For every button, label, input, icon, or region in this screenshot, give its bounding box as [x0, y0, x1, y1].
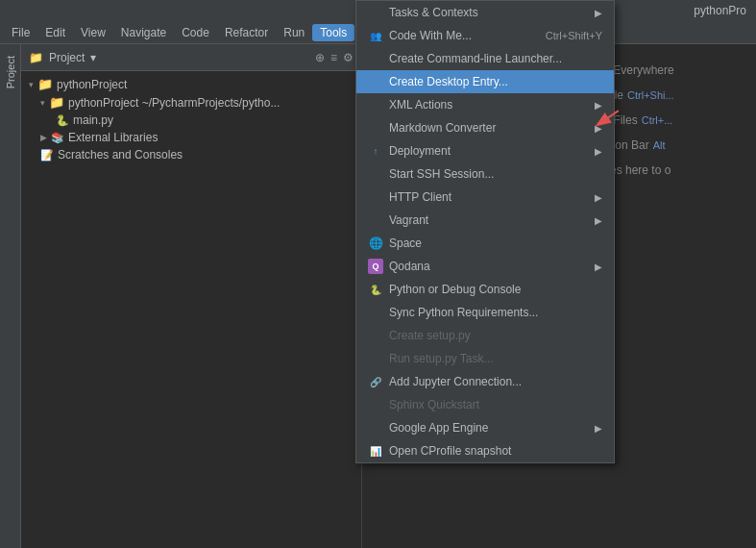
project-icon: 📁	[29, 51, 43, 64]
globe-icon[interactable]: ⊕	[315, 51, 325, 64]
tree-external-libs-label: External Libraries	[68, 131, 158, 144]
deployment-arrow: ▶	[595, 146, 602, 157]
sync-icon	[368, 305, 383, 320]
shortcut-navbar-key: Alt	[653, 139, 666, 151]
folder-icon: 📁	[49, 95, 64, 110]
xml-arrow: ▶	[595, 100, 602, 111]
sidebar-project-label[interactable]: Project	[3, 48, 18, 96]
tree-main-py[interactable]: 🐍 main.py	[21, 112, 361, 129]
cmd-launcher-icon	[368, 51, 383, 66]
menu-deployment-label: Deployment	[389, 144, 451, 158]
tree-python-project[interactable]: ▾ 📁 pythonProject ~/PycharmProjects/pyth…	[21, 93, 361, 112]
menu-qodana[interactable]: Q Qodana ▶	[356, 255, 614, 278]
menu-view[interactable]: View	[73, 24, 113, 41]
gae-arrow: ▶	[595, 423, 602, 434]
menu-sphinx-label: Sphinx Quickstart	[389, 398, 479, 411]
ssh-icon	[368, 166, 383, 182]
title-text: pythonPro	[694, 4, 746, 17]
markdown-arrow: ▶	[595, 123, 602, 134]
deployment-icon: ↑	[368, 143, 383, 159]
project-tree: ▾ 📁 pythonProject ▾ 📁 pythonProject ~/Py…	[21, 71, 361, 548]
qodana-arrow: ▶	[595, 262, 602, 272]
menu-http-label: HTTP Client	[389, 190, 451, 204]
menu-run[interactable]: Run	[276, 24, 312, 41]
menu-sync-label: Sync Python Requirements...	[389, 306, 538, 319]
http-icon	[368, 189, 383, 205]
xml-icon	[368, 97, 383, 112]
menu-python-console-label: Python or Debug Console	[389, 283, 521, 296]
tasks-icon	[368, 5, 383, 20]
menu-navigate[interactable]: Navigate	[113, 24, 174, 41]
markdown-icon	[368, 120, 383, 136]
tree-root[interactable]: ▾ 📁 pythonProject	[21, 75, 361, 93]
python-icon: 🐍	[368, 282, 383, 297]
menu-jupyter[interactable]: 🔗 Add Jupyter Connection...	[356, 370, 614, 393]
arrow-icon: ▾	[29, 80, 34, 89]
menu-cmd-launcher-label: Create Command-line Launcher...	[389, 52, 562, 65]
menu-gae[interactable]: Google App Engine ▶	[356, 416, 614, 439]
gear-icon[interactable]: ⚙	[343, 51, 354, 64]
menu-xml-actions[interactable]: XML Actions ▶	[356, 93, 614, 116]
shortcut-recent-key: Ctrl+...	[642, 114, 673, 126]
menu-code-with-me-label: Code With Me...	[389, 29, 472, 42]
run-setup-icon	[368, 351, 383, 366]
menu-cmd-launcher[interactable]: Create Command-line Launcher...	[356, 47, 614, 70]
menu-desktop-entry[interactable]: Create Desktop Entry...	[356, 70, 614, 93]
menu-code[interactable]: Code	[174, 24, 217, 41]
menu-refactor[interactable]: Refactor	[217, 24, 276, 41]
menu-ssh[interactable]: Start SSH Session...	[356, 162, 614, 186]
menu-desktop-entry-label: Create Desktop Entry...	[389, 75, 508, 88]
menu-sync-requirements[interactable]: Sync Python Requirements...	[356, 301, 614, 324]
http-arrow: ▶	[595, 192, 602, 203]
tree-external-libs[interactable]: ▶ 📚 External Libraries	[21, 129, 361, 146]
menu-ssh-label: Start SSH Session...	[389, 167, 494, 181]
code-with-me-shortcut: Ctrl+Shift+Y	[546, 30, 602, 41]
project-panel: 📁 Project ▾ ⊕ ≡ ⚙ ▾ 📁 pythonProject ▾ 📁 …	[21, 44, 362, 548]
tree-scratches-label: Scratches and Consoles	[58, 148, 183, 162]
space-icon: 🌐	[368, 236, 383, 251]
project-dropdown-arrow[interactable]: ▾	[90, 51, 96, 64]
tree-root-label: pythonProject	[57, 78, 127, 91]
menu-vagrant[interactable]: Vagrant ▶	[356, 209, 614, 232]
menu-tasks-label: Tasks & Contexts	[389, 6, 478, 19]
lib-icon: 📚	[51, 132, 64, 144]
code-with-me-icon: 👥	[368, 28, 383, 43]
menu-markdown[interactable]: Markdown Converter ▶	[356, 116, 614, 139]
menu-deployment[interactable]: ↑ Deployment ▶	[356, 139, 614, 162]
cprofile-icon: 📊	[368, 443, 383, 459]
list-icon[interactable]: ≡	[330, 51, 337, 64]
menu-edit[interactable]: Edit	[37, 24, 73, 41]
jupyter-icon: 🔗	[368, 374, 383, 389]
vagrant-icon	[368, 212, 383, 228]
menu-file[interactable]: File	[4, 24, 37, 41]
menu-cprofile[interactable]: 📊 Open CProfile snapshot	[356, 439, 614, 462]
arrow-icon: ▾	[40, 98, 45, 108]
gae-icon	[368, 420, 383, 436]
project-title: Project	[49, 51, 85, 64]
menu-tasks[interactable]: Tasks & Contexts ▶	[356, 1, 614, 24]
menu-jupyter-label: Add Jupyter Connection...	[389, 375, 522, 388]
menu-code-with-me[interactable]: 👥 Code With Me... Ctrl+Shift+Y	[356, 24, 614, 47]
menu-run-setup-label: Run setup.py Task...	[389, 352, 494, 365]
desktop-entry-icon	[368, 74, 383, 89]
sidebar-strip: Project	[0, 44, 21, 548]
menu-markdown-label: Markdown Converter	[389, 121, 496, 135]
menu-space[interactable]: 🌐 Space	[356, 232, 614, 255]
arrow-icon: ▶	[40, 133, 47, 142]
menu-http[interactable]: HTTP Client ▶	[356, 186, 614, 209]
sphinx-icon	[368, 397, 383, 412]
menu-python-console[interactable]: 🐍 Python or Debug Console	[356, 278, 614, 301]
menu-qodana-label: Qodana	[389, 260, 430, 273]
menu-xml-label: XML Actions	[389, 98, 452, 112]
folder-icon: 📁	[37, 77, 53, 91]
tree-main-py-label: main.py	[73, 113, 113, 127]
project-header-icons: ⊕ ≡ ⚙	[315, 51, 354, 64]
menu-cprofile-label: Open CProfile snapshot	[389, 444, 511, 458]
shortcut-goto-key: Ctrl+Shi...	[627, 89, 674, 101]
tree-scratches[interactable]: 📝 Scratches and Consoles	[21, 146, 361, 163]
tools-dropdown-menu: Tasks & Contexts ▶ 👥 Code With Me... Ctr…	[355, 0, 615, 463]
qodana-icon: Q	[368, 259, 383, 274]
menu-tools[interactable]: Tools	[312, 24, 354, 41]
menu-create-setup: Create setup.py	[356, 324, 614, 347]
setup-icon	[368, 328, 383, 343]
